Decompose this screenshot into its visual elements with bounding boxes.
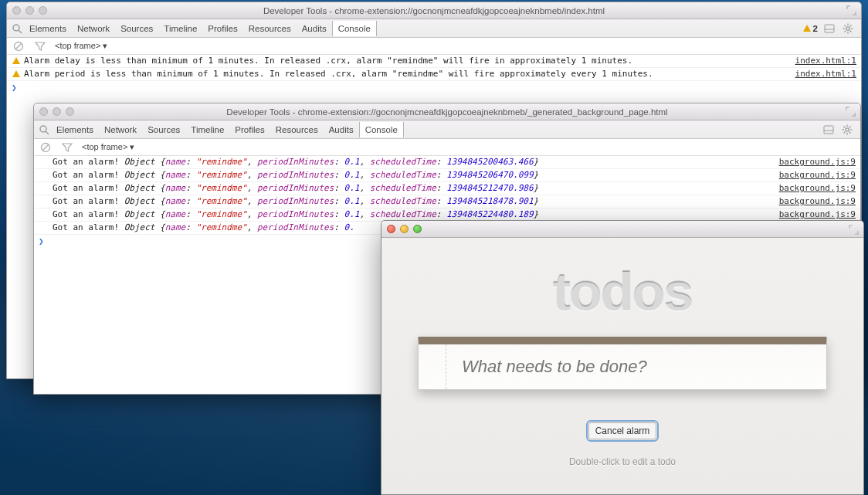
console-source-link[interactable]: index.html:1 (795, 68, 856, 80)
tab-profiles[interactable]: Profiles (202, 21, 242, 36)
svg-line-14 (15, 43, 22, 49)
console-source-link[interactable]: index.html:1 (795, 55, 856, 67)
zoom-icon[interactable] (39, 6, 47, 15)
gear-icon[interactable] (840, 123, 854, 137)
footer-hint: Double-click to edit a todo (381, 456, 863, 467)
svg-point-19 (846, 127, 849, 131)
tab-sources[interactable]: Sources (115, 21, 158, 36)
tab-elements[interactable]: Elements (51, 122, 99, 137)
console-message: Alarm delay is less than minimum of 1 mi… (24, 55, 795, 67)
tab-audits[interactable]: Audits (297, 21, 332, 36)
devtools-toolbar: ElementsNetworkSourcesTimelineProfilesRe… (7, 19, 861, 38)
svg-line-29 (42, 144, 49, 151)
warning-badge[interactable]: 2 (803, 24, 818, 33)
console-message: Got an alarm! Object {name: "remindme", … (53, 182, 779, 195)
close-icon[interactable] (387, 225, 395, 233)
svg-line-11 (850, 25, 852, 26)
expand-icon[interactable] (846, 5, 856, 15)
close-icon[interactable] (12, 6, 21, 15)
todos-window: todos Cancel alarm Double-click to edit … (381, 220, 864, 495)
expand-icon[interactable] (846, 107, 856, 117)
console-source-link[interactable]: background.js:9 (779, 209, 856, 221)
cancel-alarm-button[interactable]: Cancel alarm (588, 422, 657, 439)
search-icon[interactable] (10, 22, 24, 36)
console-message: Got an alarm! Object {name: "remindme", … (53, 195, 779, 208)
drawer-icon[interactable] (822, 22, 836, 36)
console-message: Got an alarm! Object {name: "remindme", … (53, 209, 779, 221)
frame-select[interactable]: <top frame> ▾ (55, 41, 107, 51)
svg-line-12 (845, 30, 846, 32)
svg-line-26 (849, 126, 851, 127)
window-titlebar[interactable] (381, 221, 863, 238)
tab-timeline[interactable]: Timeline (185, 122, 229, 137)
new-todo-input[interactable] (419, 344, 826, 389)
expand-icon[interactable] (849, 225, 859, 236)
console-source-link[interactable]: background.js:9 (779, 169, 856, 181)
console-filter-bar: <top frame> ▾ (7, 38, 861, 55)
tab-audits[interactable]: Audits (324, 122, 359, 137)
console-row: Alarm period is less than minimum of 1 m… (7, 68, 861, 81)
svg-point-15 (40, 126, 46, 132)
frame-select[interactable]: <top frame> ▾ (82, 142, 134, 152)
tab-resources[interactable]: Resources (243, 21, 297, 36)
gear-icon[interactable] (841, 22, 855, 36)
svg-rect-2 (825, 25, 834, 32)
search-icon[interactable] (37, 123, 51, 137)
svg-line-24 (844, 126, 846, 127)
window-titlebar[interactable]: Developer Tools - chrome-extension://goc… (7, 2, 861, 19)
window-titlebar[interactable]: Developer Tools - chrome-extension://goc… (34, 103, 860, 120)
console-message: Got an alarm! Object {name: "remindme", … (53, 169, 779, 181)
tab-sources[interactable]: Sources (142, 122, 185, 137)
tab-profiles[interactable]: Profiles (229, 122, 270, 137)
tab-console[interactable]: Console (332, 21, 377, 36)
tab-console[interactable]: Console (359, 122, 404, 137)
console-row: Got an alarm! Object {name: "remindme", … (34, 182, 860, 195)
svg-point-4 (846, 26, 849, 29)
todos-body: todos Cancel alarm Double-click to edit … (381, 238, 863, 494)
svg-line-27 (844, 131, 846, 133)
tab-timeline[interactable]: Timeline (158, 21, 202, 36)
console-output: Alarm delay is less than minimum of 1 mi… (7, 55, 861, 81)
zoom-icon[interactable] (66, 107, 74, 116)
todo-card (418, 337, 827, 390)
tab-resources[interactable]: Resources (270, 122, 324, 137)
window-title: Developer Tools - chrome-extension://goc… (39, 107, 856, 117)
tab-network[interactable]: Network (72, 21, 115, 36)
svg-line-10 (850, 30, 852, 32)
warning-triangle-icon (803, 25, 811, 32)
console-row: Got an alarm! Object {name: "remindme", … (34, 169, 860, 182)
svg-line-25 (849, 131, 851, 133)
console-message: Got an alarm! Object {name: "remindme", … (53, 156, 779, 168)
svg-line-16 (46, 131, 49, 134)
svg-line-1 (19, 30, 22, 33)
filter-icon[interactable] (33, 39, 47, 53)
console-row: Got an alarm! Object {name: "remindme", … (34, 156, 860, 169)
svg-point-0 (13, 25, 19, 31)
console-message: Alarm period is less than minimum of 1 m… (24, 68, 795, 80)
svg-line-9 (845, 25, 846, 26)
traffic-lights (39, 107, 74, 116)
console-row: Got an alarm! Object {name: "remindme", … (34, 195, 860, 209)
console-prompt[interactable]: ❯ (7, 81, 861, 94)
tab-network[interactable]: Network (99, 122, 142, 137)
filter-icon[interactable] (60, 141, 74, 154)
clear-console-icon[interactable] (12, 39, 25, 53)
devtools-toolbar: ElementsNetworkSourcesTimelineProfilesRe… (34, 120, 860, 139)
close-icon[interactable] (39, 107, 48, 116)
console-source-link[interactable]: background.js:9 (779, 195, 856, 208)
drawer-icon[interactable] (822, 123, 836, 137)
console-row: Alarm delay is less than minimum of 1 mi… (7, 55, 861, 68)
minimize-icon[interactable] (25, 6, 34, 15)
svg-rect-17 (824, 126, 833, 134)
tab-elements[interactable]: Elements (24, 21, 72, 36)
console-source-link[interactable]: background.js:9 (779, 182, 856, 195)
traffic-lights (12, 6, 47, 15)
app-heading: todos (381, 261, 863, 323)
zoom-icon[interactable] (413, 225, 422, 233)
clear-console-icon[interactable] (39, 141, 53, 154)
window-title: Developer Tools - chrome-extension://goc… (12, 6, 856, 15)
minimize-icon[interactable] (400, 225, 409, 233)
console-source-link[interactable]: background.js:9 (779, 156, 856, 168)
console-filter-bar: <top frame> ▾ (34, 139, 860, 156)
minimize-icon[interactable] (53, 107, 61, 116)
